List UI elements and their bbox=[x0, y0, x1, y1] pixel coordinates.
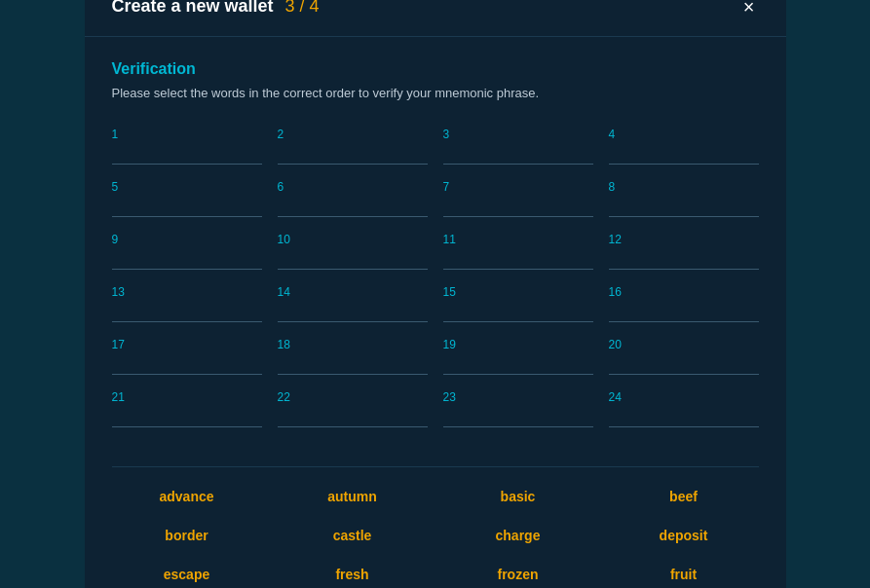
modal-body: Verification Please select the words in … bbox=[85, 37, 786, 589]
slot-number: 5 bbox=[112, 180, 262, 194]
modal-header: Create a new wallet 3 / 4 × bbox=[85, 0, 786, 37]
slot-line bbox=[609, 303, 759, 322]
slot-line bbox=[609, 198, 759, 217]
slot-line bbox=[443, 198, 593, 217]
word-slot-14[interactable]: 14 bbox=[278, 281, 428, 326]
word-slot-18[interactable]: 18 bbox=[278, 334, 428, 379]
divider bbox=[112, 466, 759, 467]
word-button-frozen[interactable]: frozen bbox=[443, 561, 593, 588]
slot-line bbox=[278, 198, 428, 217]
word-slot-22[interactable]: 22 bbox=[278, 386, 428, 431]
word-button-autumn[interactable]: autumn bbox=[278, 483, 428, 510]
slot-number: 22 bbox=[278, 390, 428, 404]
slot-number: 9 bbox=[112, 233, 262, 246]
word-slot-8[interactable]: 8 bbox=[609, 176, 759, 221]
slot-number: 14 bbox=[278, 285, 428, 299]
word-slot-15[interactable]: 15 bbox=[443, 281, 593, 326]
slot-line bbox=[112, 355, 262, 375]
word-button-fresh[interactable]: fresh bbox=[278, 561, 428, 588]
section-title: Verification bbox=[112, 60, 759, 78]
word-slot-7[interactable]: 7 bbox=[443, 176, 593, 221]
slot-line bbox=[443, 303, 593, 322]
slot-line bbox=[443, 145, 593, 165]
modal-step: 3 / 4 bbox=[285, 0, 320, 17]
modal-title-text: Create a new wallet bbox=[112, 0, 274, 17]
word-slot-24[interactable]: 24 bbox=[609, 386, 759, 431]
word-button-charge[interactable]: charge bbox=[443, 522, 593, 549]
word-slot-20[interactable]: 20 bbox=[609, 334, 759, 379]
word-slot-16[interactable]: 16 bbox=[609, 281, 759, 326]
slot-number: 8 bbox=[609, 180, 759, 194]
word-bank: advanceautumnbasicbeefbordercastlecharge… bbox=[112, 483, 759, 588]
slot-number: 17 bbox=[112, 338, 262, 351]
slot-number: 18 bbox=[278, 338, 428, 351]
word-slot-19[interactable]: 19 bbox=[443, 334, 593, 379]
slot-number: 12 bbox=[609, 233, 759, 246]
word-slot-23[interactable]: 23 bbox=[443, 386, 593, 431]
word-button-border[interactable]: border bbox=[112, 522, 262, 549]
slot-number: 20 bbox=[609, 338, 759, 351]
slot-line bbox=[112, 303, 262, 322]
slot-line bbox=[112, 250, 262, 270]
slot-number: 15 bbox=[443, 285, 593, 299]
slot-number: 16 bbox=[609, 285, 759, 299]
word-slot-4[interactable]: 4 bbox=[609, 124, 759, 168]
slot-number: 19 bbox=[443, 338, 593, 351]
slot-line bbox=[609, 145, 759, 165]
slot-number: 21 bbox=[112, 390, 262, 404]
slot-number: 13 bbox=[112, 285, 262, 299]
slot-line bbox=[112, 145, 262, 165]
modal-title: Create a new wallet 3 / 4 bbox=[112, 0, 320, 17]
slot-number: 10 bbox=[278, 233, 428, 246]
word-button-advance[interactable]: advance bbox=[112, 483, 262, 510]
slot-line bbox=[278, 355, 428, 375]
word-button-deposit[interactable]: deposit bbox=[609, 522, 759, 549]
word-button-beef[interactable]: beef bbox=[609, 483, 759, 510]
slot-number: 7 bbox=[443, 180, 593, 194]
slot-number: 6 bbox=[278, 180, 428, 194]
word-slot-3[interactable]: 3 bbox=[443, 124, 593, 168]
slot-line bbox=[278, 250, 428, 270]
slot-line bbox=[278, 408, 428, 427]
word-slot-13[interactable]: 13 bbox=[112, 281, 262, 326]
word-slot-6[interactable]: 6 bbox=[278, 176, 428, 221]
slot-line bbox=[609, 355, 759, 375]
slot-number: 1 bbox=[112, 128, 262, 141]
slot-line bbox=[112, 408, 262, 427]
slot-line bbox=[278, 303, 428, 322]
word-slot-2[interactable]: 2 bbox=[278, 124, 428, 168]
slot-line bbox=[443, 250, 593, 270]
slot-number: 3 bbox=[443, 128, 593, 141]
slot-number: 2 bbox=[278, 128, 428, 141]
slot-number: 11 bbox=[443, 233, 593, 246]
section-description: Please select the words in the correct o… bbox=[112, 86, 759, 100]
close-button[interactable]: × bbox=[739, 0, 759, 20]
slot-number: 4 bbox=[609, 128, 759, 141]
slot-line bbox=[278, 145, 428, 165]
slot-number: 23 bbox=[443, 390, 593, 404]
word-button-escape[interactable]: escape bbox=[112, 561, 262, 588]
word-button-fruit[interactable]: fruit bbox=[609, 561, 759, 588]
slot-line bbox=[112, 198, 262, 217]
slot-line bbox=[443, 355, 593, 375]
word-slot-11[interactable]: 11 bbox=[443, 229, 593, 274]
word-slot-9[interactable]: 9 bbox=[112, 229, 262, 274]
slot-line bbox=[609, 408, 759, 427]
word-slot-10[interactable]: 10 bbox=[278, 229, 428, 274]
word-slot-1[interactable]: 1 bbox=[112, 124, 262, 168]
slot-number: 24 bbox=[609, 390, 759, 404]
word-slot-5[interactable]: 5 bbox=[112, 176, 262, 221]
slot-line bbox=[443, 408, 593, 427]
word-button-basic[interactable]: basic bbox=[443, 483, 593, 510]
word-slot-12[interactable]: 12 bbox=[609, 229, 759, 274]
word-grid: 1 2 3 4 5 6 7 8 9 10 bbox=[112, 124, 759, 439]
modal: Create a new wallet 3 / 4 × Verification… bbox=[85, 0, 786, 588]
slot-line bbox=[609, 250, 759, 270]
word-slot-21[interactable]: 21 bbox=[112, 386, 262, 431]
word-button-castle[interactable]: castle bbox=[278, 522, 428, 549]
word-slot-17[interactable]: 17 bbox=[112, 334, 262, 379]
